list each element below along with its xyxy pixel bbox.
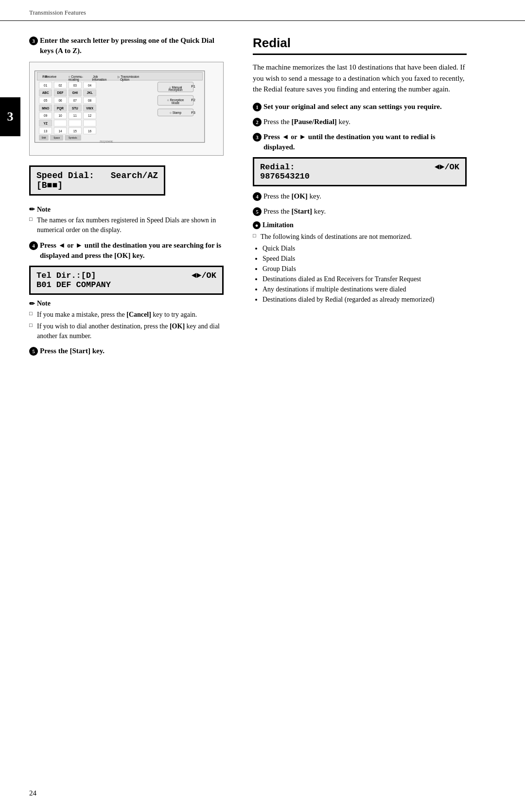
lcd-line2: [B■■]: [36, 180, 158, 190]
or-text-right: or: [291, 133, 297, 141]
left-column: 3 Enter the search letter by pressing on…: [0, 21, 238, 376]
limitation-icon: ●: [253, 221, 261, 229]
note-item-1: The names or fax numbers registered in S…: [29, 216, 224, 235]
note2-item-1: If you make a mistake, press the [Cancel…: [29, 310, 224, 320]
svg-text:DEF: DEF: [57, 91, 64, 94]
svg-text:F1: F1: [191, 84, 195, 89]
svg-text:05: 05: [44, 99, 48, 102]
page-number: 24: [29, 789, 36, 797]
svg-text:03: 03: [73, 84, 77, 87]
step-2-right-text: Press the [Pause/Redial] key.: [263, 117, 467, 127]
redial-intro: The machine memorizes the last 10 destin…: [253, 62, 467, 95]
section-badge: 3: [0, 97, 20, 136]
svg-text:14: 14: [58, 129, 62, 133]
note-pencil-icon: ✏: [29, 205, 35, 214]
svg-text:13: 13: [44, 129, 48, 133]
step-num-5-right: 5: [253, 207, 262, 216]
redial-lcd: Redial: ◄►/OK 9876543210: [253, 157, 467, 186]
redial-lcd-line2: 9876543210: [260, 172, 459, 181]
step-4-right: 4 Press the [OK] key.: [253, 191, 467, 201]
svg-text:F3: F3: [191, 110, 195, 115]
step-num-2-right: 2: [253, 118, 262, 126]
lcd-line1-right: Search/AZ: [111, 171, 158, 180]
tel-dir-lcd-right: ◄►/OK: [192, 271, 216, 280]
step-2-right: 2 Press the [Pause/Redial] key.: [253, 117, 467, 127]
lcd-row-1: Speed Dial: Search/AZ: [36, 171, 158, 180]
machine-diagram-svg: ○ Receive File ○ Commu- nicating Job Inf…: [33, 65, 220, 150]
tel-dir-lcd-left: Tel Dir.:[D]: [36, 271, 96, 280]
limitation-bullets: Quick Dials Speed Dials Group Dials Dest…: [253, 243, 467, 305]
svg-text:04: 04: [88, 84, 92, 87]
step-4-left-text: Press ◄ or ► until the destination you a…: [40, 240, 224, 261]
step-3-left: 3 Enter the search letter by pressing on…: [29, 36, 224, 56]
limitation-bullet-2: Speed Dials: [262, 253, 467, 264]
step-num-3-right: 3: [253, 133, 262, 142]
svg-text:MNO: MNO: [42, 107, 49, 110]
step-3-right-text: Press ◄ or ► until the destination you w…: [263, 132, 467, 152]
limitation-bullet-3: Group Dials: [262, 264, 467, 274]
step-4-right-text: Press the [OK] key.: [263, 191, 467, 201]
tel-dir-lcd-line2: B01 DEF COMPANY: [36, 280, 216, 289]
step-num-1-right: 1: [253, 103, 262, 111]
svg-text:Reception: Reception: [169, 88, 183, 92]
redial-lcd-row1: Redial: ◄►/OK: [260, 162, 459, 172]
svg-text:12: 12: [88, 114, 92, 117]
svg-text:GHI: GHI: [72, 91, 78, 94]
or-text-left: or: [67, 242, 73, 249]
step-num-4-right: 4: [253, 192, 262, 201]
svg-text:Space: Space: [53, 137, 60, 139]
limitation-box: ● Limitation The following kinds of dest…: [253, 221, 467, 305]
svg-text:07: 07: [73, 99, 77, 102]
note-pencil-icon-2: ✏: [29, 300, 35, 308]
svg-rect-54: [84, 120, 96, 126]
svg-text:YZ: YZ: [44, 122, 48, 125]
tel-dir-lcd-row1: Tel Dir.:[D] ◄►/OK: [36, 271, 216, 280]
redial-lcd-right: ◄►/OK: [435, 162, 459, 172]
redial-heading: Redial: [253, 36, 467, 55]
speed-dial-lcd: Speed Dial: Search/AZ [B■■]: [29, 165, 165, 196]
svg-text:02: 02: [58, 84, 62, 87]
svg-text:STU: STU: [72, 107, 78, 110]
lcd-line1-left: Speed Dial:: [36, 171, 94, 180]
svg-text:11: 11: [73, 114, 77, 117]
main-content: 3 Enter the search letter by pressing on…: [0, 21, 525, 376]
note-list-1: The names or fax numbers registered in S…: [29, 216, 224, 235]
limitation-bullet-5: Any destinations if multiple destination…: [262, 284, 467, 294]
svg-text:nicating: nicating: [69, 78, 80, 82]
top-bar: Transmission Features: [0, 0, 525, 21]
step-5-right-text: Press the [Start] key.: [263, 206, 467, 217]
svg-text:Shift: Shift: [41, 137, 46, 139]
limitation-list: The following kinds of destinations are …: [253, 232, 467, 242]
svg-text:01: 01: [44, 84, 48, 87]
svg-text:10: 10: [58, 114, 62, 117]
machine-diagram-panel: ○ Receive File ○ Commu- nicating Job Inf…: [29, 62, 224, 156]
limitation-bullet-4: Destinations dialed as End Receivers for…: [262, 274, 467, 284]
step-3-left-text: Enter the search letter by pressing one …: [40, 36, 224, 56]
step-5-right: 5 Press the [Start] key.: [253, 206, 467, 217]
note-box-2: ✏ Note If you make a mistake, press the …: [29, 300, 224, 342]
svg-text:08: 08: [88, 99, 92, 102]
svg-text:Mode: Mode: [172, 101, 179, 105]
svg-rect-52: [54, 120, 67, 126]
svg-text:Infomation: Infomation: [92, 78, 106, 81]
note-list-2: If you make a mistake, press the [Cancel…: [29, 310, 224, 342]
svg-text:15: 15: [73, 129, 77, 133]
step-num-3-left: 3: [29, 36, 38, 45]
svg-text:○ Stamp: ○ Stamp: [170, 111, 182, 115]
svg-text:16: 16: [88, 129, 92, 133]
svg-text:PQR: PQR: [57, 107, 64, 110]
redial-lcd-left: Redial:: [260, 162, 295, 172]
limitation-note-item: The following kinds of destinations are …: [253, 232, 467, 242]
tel-dir-lcd: Tel Dir.:[D] ◄►/OK B01 DEF COMPANY: [29, 266, 224, 295]
step-3-right: 3 Press ◄ or ► until the destination you…: [253, 132, 467, 152]
right-column: Redial The machine memorizes the last 10…: [238, 21, 496, 376]
svg-text:Option: Option: [120, 78, 129, 82]
svg-text:JKL: JKL: [87, 91, 93, 94]
svg-text:06: 06: [58, 99, 62, 102]
limitation-title: ● Limitation: [253, 221, 467, 229]
step-4-left: 4 Press ◄ or ► until the destination you…: [29, 240, 224, 261]
svg-text:Symbols: Symbols: [69, 137, 77, 139]
step-1-right-text: Set your original and select any scan se…: [263, 102, 467, 112]
breadcrumb-text: Transmission Features: [29, 9, 86, 16]
step-5-left-text: Press the [Start] key.: [40, 346, 224, 356]
